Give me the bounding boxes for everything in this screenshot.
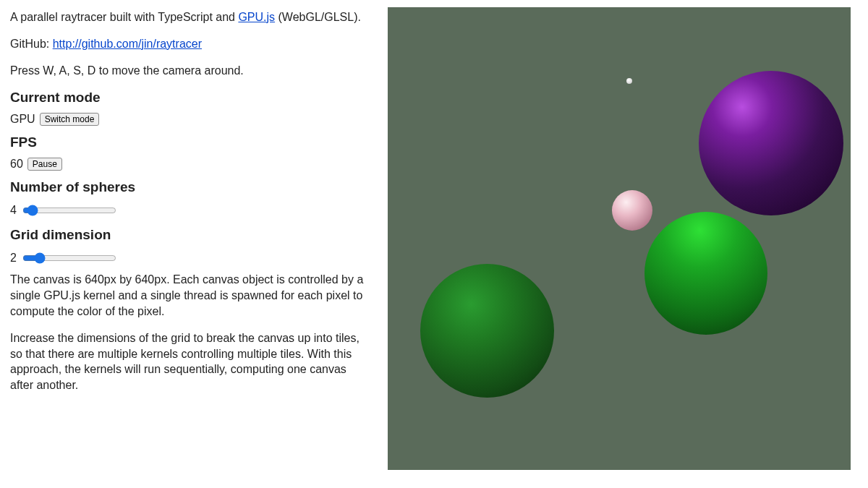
fps-row: 60 Pause [10,158,378,171]
github-link[interactable]: http://github.com/jin/raytracer [53,38,202,50]
canvas-tile[interactable] [621,7,851,236]
pause-button[interactable]: Pause [27,158,62,171]
spheres-slider[interactable] [22,204,116,217]
canvas-grid[interactable] [388,7,851,470]
gpujs-link[interactable]: GPU.js [238,11,275,23]
instructions: Press W, A, S, D to move the camera arou… [10,64,378,79]
intro-text-pre: A parallel raytracer built with TypeScri… [10,11,238,23]
spheres-heading: Number of spheres [10,179,378,195]
canvas-tile[interactable] [621,241,851,470]
mode-row: GPU Switch mode [10,113,378,126]
grid-heading: Grid dimension [10,227,378,243]
fps-value: 60 [10,158,23,171]
mode-heading: Current mode [10,90,378,106]
description-p2: Increase the dimensions of the grid to b… [10,330,372,393]
canvas-tile[interactable] [388,7,617,236]
grid-row: 2 [10,250,378,266]
render-area [388,0,868,488]
grid-slider[interactable] [22,252,116,265]
canvas-tile[interactable] [388,241,617,470]
mode-value: GPU [10,113,35,126]
github-line: GitHub: http://github.com/jin/raytracer [10,37,378,52]
github-label: GitHub: [10,38,53,50]
switch-mode-button[interactable]: Switch mode [40,113,100,126]
fps-heading: FPS [10,134,378,150]
spheres-row: 4 [10,202,378,218]
spheres-value: 4 [10,204,17,217]
intro-line: A parallel raytracer built with TypeScri… [10,10,378,25]
grid-value: 2 [10,252,17,265]
description-p1: The canvas is 640px by 640px. Each canva… [10,272,372,319]
control-panel: A parallel raytracer built with TypeScri… [0,0,388,488]
intro-text-post: (WebGL/GLSL). [275,11,361,23]
